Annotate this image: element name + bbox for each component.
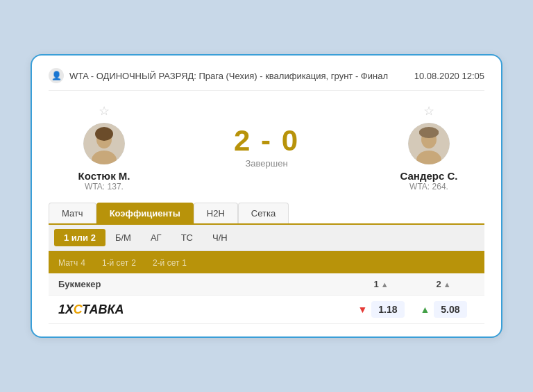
market-set2[interactable]: 2-й сет 1 — [153, 257, 187, 268]
odds2-value[interactable]: 5.08 — [434, 301, 466, 318]
svg-rect-8 — [419, 130, 439, 135]
col2-sort-icon[interactable]: ▲ — [443, 280, 451, 289]
player1-avatar — [83, 123, 125, 164]
player1: ☆ Костюк М. WTA: 137. — [49, 103, 160, 191]
header-bar: 👤 WTA - ОДИНОЧНЫЙ РАЗРЯД: Прага (Чехия) … — [49, 68, 484, 91]
tab-match[interactable]: Матч — [49, 203, 96, 223]
bm-col1-label: 1 — [373, 279, 378, 289]
match-section: ☆ Костюк М. WTA: 137. 2 - 0 Завершен ☆ — [49, 103, 484, 191]
tab-grid[interactable]: Сетка — [238, 203, 289, 223]
player2-name: Сандерс С. — [400, 170, 458, 182]
odds1-direction-icon: ▼ — [357, 304, 367, 315]
svg-point-3 — [95, 127, 113, 141]
bm-col2-label: 2 — [436, 279, 441, 289]
subtab-ag[interactable]: АГ — [141, 229, 171, 246]
score-status: Завершен — [245, 158, 287, 169]
odds-cell-2: ▲ 5.08 — [412, 301, 475, 318]
market-row: Матч 4 1-й сет 2 2-й сет 1 — [49, 251, 484, 273]
col1-sort-icon[interactable]: ▲ — [381, 280, 389, 289]
bookmaker-header: Букмекер 1 ▲ 2 ▲ — [49, 273, 484, 296]
match-date: 10.08.2020 12:05 — [414, 71, 484, 81]
tab-h2h[interactable]: Н2Н — [194, 203, 238, 223]
odds1-value[interactable]: 1.18 — [371, 301, 404, 318]
subtabs: 1 или 2 Б/М АГ ТС Ч/Н — [49, 225, 484, 251]
main-tabs: Матч Коэффициенты Н2Н Сетка — [49, 203, 484, 225]
bm-col2-header: 2 ▲ — [412, 279, 475, 289]
player2-rank: WTA: 264. — [409, 182, 448, 191]
subtab-1or2[interactable]: 1 или 2 — [54, 229, 105, 246]
player2-star[interactable]: ☆ — [423, 103, 434, 119]
player1-star[interactable]: ☆ — [99, 103, 110, 119]
odds-cell-1: ▼ 1.18 — [350, 301, 412, 318]
main-card: 👤 WTA - ОДИНОЧНЫЙ РАЗРЯД: Прага (Чехия) … — [31, 54, 502, 338]
subtab-chn[interactable]: Ч/Н — [203, 229, 237, 246]
player2: ☆ Сандерс С. WTA: 264. — [373, 103, 484, 191]
bookmaker-row-0: 1ХСТАВКА ▼ 1.18 ▲ 5.08 — [49, 296, 484, 324]
tab-coefficients[interactable]: Коэффициенты — [96, 203, 194, 223]
player1-rank: WTA: 137. — [85, 182, 124, 191]
score-block: 2 - 0 Завершен — [160, 126, 373, 169]
market-match[interactable]: Матч 4 — [58, 257, 85, 268]
odds2-direction-icon: ▲ — [420, 304, 430, 315]
player2-avatar — [408, 123, 450, 164]
subtab-tc[interactable]: ТС — [171, 229, 203, 246]
bookmaker-logo: 1ХСТАВКА — [58, 302, 350, 317]
bm-header-label: Букмекер — [58, 279, 350, 289]
score-value: 2 - 0 — [234, 126, 299, 155]
person-icon: 👤 — [49, 68, 64, 83]
bm-col1-header: 1 ▲ — [350, 279, 412, 289]
match-title: WTA - ОДИНОЧНЫЙ РАЗРЯД: Прага (Чехия) - … — [69, 71, 409, 81]
player1-name: Костюк М. — [78, 170, 130, 182]
market-set1[interactable]: 1-й сет 2 — [102, 257, 136, 268]
subtab-bm[interactable]: Б/М — [105, 229, 141, 246]
